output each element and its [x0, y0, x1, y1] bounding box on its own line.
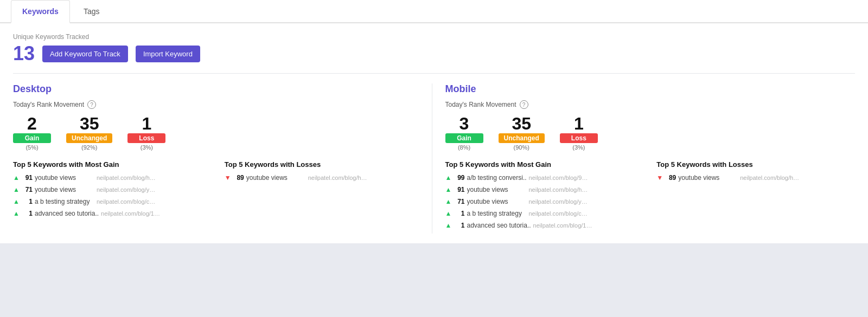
kw-num: 99: [454, 174, 465, 182]
kw-text: youtube views: [246, 174, 306, 182]
up-arrow-icon: ▲: [445, 198, 452, 205]
up-arrow-icon: ▲: [445, 186, 452, 193]
desktop-loss-badge: Loss: [127, 133, 165, 143]
panels: Desktop Today's Rank Movement ? 2 Gain (…: [13, 83, 855, 234]
table-row: ▲ 71 youtube views neilpatel.com/blog/yo…: [13, 186, 212, 193]
import-keyword-button[interactable]: Import Keyword: [136, 46, 200, 62]
tab-tags[interactable]: Tags: [72, 0, 111, 22]
kw-text: youtube views: [467, 186, 527, 193]
mobile-loss-keywords: Top 5 Keywords with Losses ▼ 89 youtube …: [650, 160, 855, 234]
kw-url: neilpatel.com/blog/9-ab-t..: [529, 174, 589, 181]
mobile-help-icon[interactable]: ?: [520, 100, 528, 109]
add-keyword-button[interactable]: Add Keyword To Track: [42, 46, 128, 62]
mobile-gain-number: 3: [459, 114, 469, 133]
kw-text: youtube views: [678, 174, 738, 182]
desktop-loss-block: 1 Loss (3%): [127, 114, 165, 151]
kw-text: a/b testing conversi..: [467, 174, 527, 182]
kw-text: advanced seo tutoria..: [467, 222, 531, 229]
mobile-loss-number: 1: [574, 114, 584, 133]
desktop-keywords-section: Top 5 Keywords with Most Gain ▲ 91 youtu…: [13, 160, 423, 222]
kw-num: 1: [22, 198, 33, 205]
desktop-gain-badge: Gain: [13, 133, 51, 143]
kw-text: advanced seo tutoria..: [35, 210, 99, 217]
kw-url: neilpatel.com/blog/create..: [529, 210, 589, 217]
kw-url: neilpatel.com/blog/10-adv..: [533, 222, 593, 229]
page-wrapper: Keywords Tags Unique Keywords Tracked 13…: [0, 0, 868, 317]
table-row: ▲ 1 advanced seo tutoria.. neilpatel.com…: [13, 210, 212, 217]
tracked-count: 13: [13, 44, 35, 63]
section-divider: [13, 73, 855, 74]
mobile-unchanged-block: 35 Unchanged (90%): [499, 114, 545, 151]
up-arrow-icon: ▲: [13, 174, 20, 182]
desktop-unchanged-pct: (92%): [81, 144, 97, 151]
kw-num: 71: [454, 198, 465, 205]
mobile-panel: Mobile Today's Rank Movement ? 3 Gain (8…: [432, 83, 856, 234]
mobile-gain-block: 3 Gain (8%): [445, 114, 483, 151]
kw-text: a b testing strategy: [35, 198, 94, 205]
kw-url: neilpatel.com/blog/how-to..: [308, 174, 368, 181]
kw-text: youtube views: [35, 174, 94, 182]
mobile-keywords-section: Top 5 Keywords with Most Gain ▲ 99 a/b t…: [445, 160, 856, 234]
up-arrow-icon: ▲: [13, 210, 20, 217]
desktop-loss-heading: Top 5 Keywords with Losses: [225, 160, 423, 169]
mobile-rank-label: Today's Rank Movement ?: [445, 100, 856, 109]
mobile-unchanged-number: 35: [512, 114, 531, 133]
kw-url: neilpatel.com/blog/youtub..: [529, 198, 589, 205]
mobile-loss-pct: (3%): [572, 144, 585, 151]
kw-text: youtube views: [467, 198, 527, 205]
desktop-help-icon[interactable]: ?: [87, 100, 96, 109]
tracked-label: Unique Keywords Tracked: [13, 33, 855, 41]
up-arrow-icon: ▲: [445, 210, 452, 217]
up-arrow-icon: ▲: [445, 174, 452, 182]
kw-num: 71: [22, 186, 33, 193]
desktop-panel: Desktop Today's Rank Movement ? 2 Gain (…: [13, 83, 432, 234]
tabs-bar: Keywords Tags: [0, 0, 868, 23]
desktop-gain-block: 2 Gain (5%): [13, 114, 51, 151]
mobile-loss-block: 1 Loss (3%): [560, 114, 598, 151]
mobile-gain-pct: (8%): [458, 144, 470, 151]
desktop-gain-pct: (5%): [25, 144, 38, 151]
up-arrow-icon: ▲: [13, 186, 20, 193]
kw-url: neilpatel.com/blog/how-to..: [740, 174, 800, 181]
mobile-loss-heading: Top 5 Keywords with Losses: [656, 160, 855, 169]
kw-num: 89: [233, 174, 244, 182]
content-area: Unique Keywords Tracked 13 Add Keyword T…: [0, 23, 868, 243]
mobile-unchanged-pct: (90%): [514, 144, 529, 151]
mobile-title: Mobile: [445, 83, 856, 95]
kw-num: 91: [454, 186, 465, 193]
kw-url: neilpatel.com/blog/10-adv..: [101, 210, 161, 217]
table-row: ▲ 1 a b testing strategy neilpatel.com/b…: [13, 198, 212, 205]
desktop-unchanged-number: 35: [80, 114, 99, 133]
tab-keywords[interactable]: Keywords: [11, 0, 70, 23]
up-arrow-icon: ▲: [13, 198, 20, 205]
kw-url: neilpatel.com/blog/how-to..: [97, 174, 156, 181]
table-row: ▲ 1 a b testing strategy neilpatel.com/b…: [445, 210, 644, 217]
mobile-gain-keywords: Top 5 Keywords with Most Gain ▲ 99 a/b t…: [445, 160, 650, 234]
table-row: ▼ 89 youtube views neilpatel.com/blog/ho…: [225, 174, 423, 182]
desktop-unchanged-block: 35 Unchanged (92%): [66, 114, 112, 151]
table-row: ▲ 91 youtube views neilpatel.com/blog/ho…: [13, 174, 212, 182]
desktop-loss-number: 1: [142, 114, 151, 133]
kw-url: neilpatel.com/blog/youtub..: [97, 186, 156, 193]
desktop-gain-keywords: Top 5 Keywords with Most Gain ▲ 91 youtu…: [13, 160, 218, 222]
desktop-stats-row: 2 Gain (5%) 35 Unchanged (92%) 1 Loss (3…: [13, 114, 423, 151]
desktop-title: Desktop: [13, 83, 423, 95]
mobile-unchanged-badge: Unchanged: [499, 133, 545, 143]
mobile-gain-heading: Top 5 Keywords with Most Gain: [445, 160, 644, 169]
mobile-loss-badge: Loss: [560, 133, 598, 143]
kw-url: neilpatel.com/blog/create..: [97, 198, 156, 205]
kw-text: youtube views: [35, 186, 94, 193]
desktop-rank-label: Today's Rank Movement ?: [13, 100, 423, 109]
kw-url: neilpatel.com/blog/how-to..: [529, 186, 589, 193]
table-row: ▲ 91 youtube views neilpatel.com/blog/ho…: [445, 186, 644, 193]
mobile-gain-badge: Gain: [445, 133, 483, 143]
kw-num: 89: [665, 174, 676, 182]
desktop-loss-keywords: Top 5 Keywords with Losses ▼ 89 youtube …: [218, 160, 423, 222]
desktop-gain-heading: Top 5 Keywords with Most Gain: [13, 160, 212, 169]
up-arrow-icon: ▲: [445, 222, 452, 229]
kw-num: 1: [22, 210, 33, 217]
table-row: ▲ 99 a/b testing conversi.. neilpatel.co…: [445, 174, 644, 182]
desktop-unchanged-badge: Unchanged: [66, 133, 112, 143]
kw-num: 1: [454, 210, 465, 217]
kw-text: a b testing strategy: [467, 210, 527, 217]
